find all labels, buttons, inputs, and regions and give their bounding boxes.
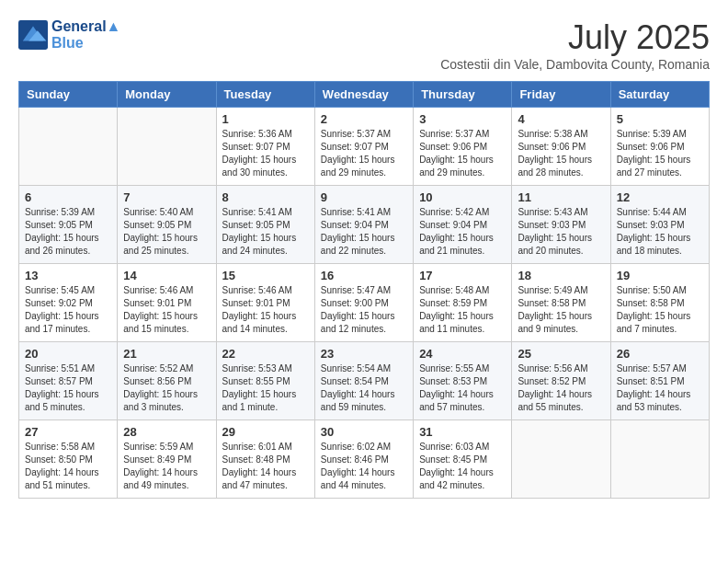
day-number: 4	[518, 112, 604, 126]
day-info: Sunrise: 5:38 AM Sunset: 9:06 PM Dayligh…	[518, 128, 604, 179]
day-info: Sunrise: 5:46 AM Sunset: 9:01 PM Dayligh…	[123, 284, 210, 336]
day-info: Sunrise: 5:45 AM Sunset: 9:02 PM Dayligh…	[25, 284, 111, 336]
calendar-cell: 29Sunrise: 6:01 AM Sunset: 8:48 PM Dayli…	[216, 420, 314, 499]
week-row-2: 6Sunrise: 5:39 AM Sunset: 9:05 PM Daylig…	[19, 186, 710, 264]
week-row-5: 27Sunrise: 5:58 AM Sunset: 8:50 PM Dayli…	[19, 420, 710, 499]
day-number: 22	[222, 347, 309, 361]
calendar-cell: 2Sunrise: 5:37 AM Sunset: 9:07 PM Daylig…	[314, 108, 413, 186]
day-number: 6	[25, 190, 111, 204]
calendar-cell: 19Sunrise: 5:50 AM Sunset: 8:58 PM Dayli…	[610, 264, 709, 342]
day-info: Sunrise: 5:56 AM Sunset: 8:52 PM Dayligh…	[518, 362, 604, 414]
calendar-cell: 27Sunrise: 5:58 AM Sunset: 8:50 PM Dayli…	[19, 420, 118, 499]
calendar-cell	[118, 108, 216, 186]
day-info: Sunrise: 5:59 AM Sunset: 8:49 PM Dayligh…	[123, 441, 210, 492]
weekday-header-saturday: Saturday	[610, 82, 709, 108]
calendar-header: SundayMondayTuesdayWednesdayThursdayFrid…	[19, 82, 710, 108]
calendar-cell: 10Sunrise: 5:42 AM Sunset: 9:04 PM Dayli…	[414, 186, 512, 264]
day-info: Sunrise: 5:40 AM Sunset: 9:05 PM Dayligh…	[123, 206, 210, 258]
calendar-cell: 21Sunrise: 5:52 AM Sunset: 8:56 PM Dayli…	[118, 342, 216, 420]
calendar-cell: 31Sunrise: 6:03 AM Sunset: 8:45 PM Dayli…	[414, 420, 512, 499]
calendar-cell: 28Sunrise: 5:59 AM Sunset: 8:49 PM Dayli…	[118, 420, 216, 499]
day-number: 5	[617, 112, 703, 126]
day-info: Sunrise: 5:37 AM Sunset: 9:06 PM Dayligh…	[419, 128, 506, 179]
day-info: Sunrise: 5:37 AM Sunset: 9:07 PM Dayligh…	[321, 128, 407, 179]
day-info: Sunrise: 5:36 AM Sunset: 9:07 PM Dayligh…	[222, 128, 309, 179]
title-section: July 2025 Costestii din Vale, Dambovita …	[440, 18, 710, 72]
day-number: 16	[321, 269, 407, 282]
day-number: 23	[321, 347, 407, 361]
week-row-1: 1Sunrise: 5:36 AM Sunset: 9:07 PM Daylig…	[19, 108, 710, 186]
header: General▲ Blue July 2025 Costestii din Va…	[18, 18, 710, 72]
weekday-header-wednesday: Wednesday	[314, 82, 413, 108]
month-title: July 2025	[440, 18, 710, 57]
day-number: 18	[518, 269, 604, 282]
week-row-3: 13Sunrise: 5:45 AM Sunset: 9:02 PM Dayli…	[19, 264, 710, 342]
calendar-cell: 16Sunrise: 5:47 AM Sunset: 9:00 PM Dayli…	[314, 264, 413, 342]
day-info: Sunrise: 5:46 AM Sunset: 9:01 PM Dayligh…	[222, 284, 309, 336]
day-number: 14	[123, 269, 210, 282]
day-info: Sunrise: 6:02 AM Sunset: 8:46 PM Dayligh…	[321, 441, 407, 492]
day-number: 9	[321, 190, 407, 204]
week-row-4: 20Sunrise: 5:51 AM Sunset: 8:57 PM Dayli…	[19, 342, 710, 420]
calendar-cell: 25Sunrise: 5:56 AM Sunset: 8:52 PM Dayli…	[512, 342, 610, 420]
day-info: Sunrise: 5:39 AM Sunset: 9:05 PM Dayligh…	[25, 206, 111, 258]
day-number: 29	[222, 425, 309, 439]
calendar-cell	[610, 420, 709, 499]
day-number: 21	[123, 347, 210, 361]
day-info: Sunrise: 5:57 AM Sunset: 8:51 PM Dayligh…	[617, 362, 703, 414]
calendar-cell: 23Sunrise: 5:54 AM Sunset: 8:54 PM Dayli…	[314, 342, 413, 420]
weekday-header-tuesday: Tuesday	[216, 82, 314, 108]
calendar-cell: 4Sunrise: 5:38 AM Sunset: 9:06 PM Daylig…	[512, 108, 610, 186]
calendar-cell: 26Sunrise: 5:57 AM Sunset: 8:51 PM Dayli…	[610, 342, 709, 420]
day-info: Sunrise: 5:48 AM Sunset: 8:59 PM Dayligh…	[419, 284, 506, 336]
day-info: Sunrise: 5:54 AM Sunset: 8:54 PM Dayligh…	[321, 362, 407, 414]
day-number: 1	[222, 112, 309, 126]
calendar-cell: 24Sunrise: 5:55 AM Sunset: 8:53 PM Dayli…	[414, 342, 512, 420]
day-number: 30	[321, 425, 407, 439]
day-number: 24	[419, 347, 506, 361]
day-info: Sunrise: 5:39 AM Sunset: 9:06 PM Dayligh…	[617, 128, 703, 179]
day-info: Sunrise: 5:41 AM Sunset: 9:04 PM Dayligh…	[321, 206, 407, 258]
day-number: 2	[321, 112, 407, 126]
day-number: 25	[518, 347, 604, 361]
day-number: 28	[123, 425, 210, 439]
day-number: 8	[222, 190, 309, 204]
calendar: SundayMondayTuesdayWednesdayThursdayFrid…	[18, 81, 710, 499]
day-info: Sunrise: 5:44 AM Sunset: 9:03 PM Dayligh…	[617, 206, 703, 258]
calendar-cell: 17Sunrise: 5:48 AM Sunset: 8:59 PM Dayli…	[414, 264, 512, 342]
day-info: Sunrise: 5:58 AM Sunset: 8:50 PM Dayligh…	[25, 441, 111, 492]
day-number: 13	[25, 269, 111, 282]
weekday-header-thursday: Thursday	[414, 82, 512, 108]
day-info: Sunrise: 6:01 AM Sunset: 8:48 PM Dayligh…	[222, 441, 309, 492]
calendar-cell: 13Sunrise: 5:45 AM Sunset: 9:02 PM Dayli…	[19, 264, 118, 342]
calendar-cell: 15Sunrise: 5:46 AM Sunset: 9:01 PM Dayli…	[216, 264, 314, 342]
calendar-cell: 22Sunrise: 5:53 AM Sunset: 8:55 PM Dayli…	[216, 342, 314, 420]
calendar-cell	[19, 108, 118, 186]
day-number: 19	[617, 269, 703, 282]
day-number: 11	[518, 190, 604, 204]
calendar-cell: 6Sunrise: 5:39 AM Sunset: 9:05 PM Daylig…	[19, 186, 118, 264]
day-info: Sunrise: 5:55 AM Sunset: 8:53 PM Dayligh…	[419, 362, 506, 414]
day-number: 27	[25, 425, 111, 439]
day-info: Sunrise: 5:49 AM Sunset: 8:58 PM Dayligh…	[518, 284, 604, 336]
calendar-cell: 5Sunrise: 5:39 AM Sunset: 9:06 PM Daylig…	[610, 108, 709, 186]
day-number: 7	[123, 190, 210, 204]
logo-text: General▲ Blue	[51, 18, 120, 52]
calendar-cell: 20Sunrise: 5:51 AM Sunset: 8:57 PM Dayli…	[19, 342, 118, 420]
calendar-cell: 7Sunrise: 5:40 AM Sunset: 9:05 PM Daylig…	[118, 186, 216, 264]
day-info: Sunrise: 5:50 AM Sunset: 8:58 PM Dayligh…	[617, 284, 703, 336]
calendar-cell: 8Sunrise: 5:41 AM Sunset: 9:05 PM Daylig…	[216, 186, 314, 264]
calendar-cell: 14Sunrise: 5:46 AM Sunset: 9:01 PM Dayli…	[118, 264, 216, 342]
day-number: 15	[222, 269, 309, 282]
day-number: 12	[617, 190, 703, 204]
logo-icon	[18, 20, 48, 50]
day-info: Sunrise: 6:03 AM Sunset: 8:45 PM Dayligh…	[419, 441, 506, 492]
calendar-cell: 12Sunrise: 5:44 AM Sunset: 9:03 PM Dayli…	[610, 186, 709, 264]
weekday-header-friday: Friday	[512, 82, 610, 108]
calendar-body: 1Sunrise: 5:36 AM Sunset: 9:07 PM Daylig…	[19, 108, 710, 499]
calendar-cell	[512, 420, 610, 499]
day-info: Sunrise: 5:51 AM Sunset: 8:57 PM Dayligh…	[25, 362, 111, 414]
calendar-cell: 9Sunrise: 5:41 AM Sunset: 9:04 PM Daylig…	[314, 186, 413, 264]
day-number: 3	[419, 112, 506, 126]
weekday-row: SundayMondayTuesdayWednesdayThursdayFrid…	[19, 82, 710, 108]
